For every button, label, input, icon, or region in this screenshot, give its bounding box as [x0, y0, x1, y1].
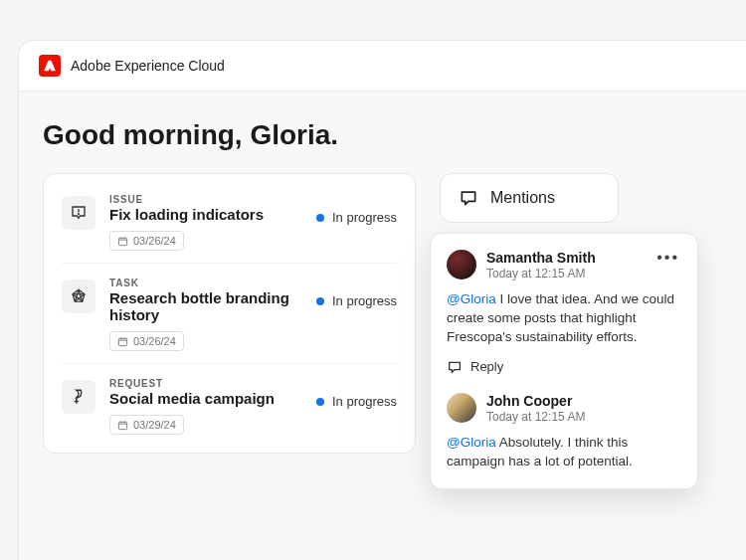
mention-body: @Gloria Absolutely. I think this campaig…	[447, 434, 681, 471]
work-item[interactable]: TASK Research bottle branding history 03…	[62, 264, 397, 364]
content-area: Good morning, Gloria. ISSUE Fix loading …	[19, 92, 746, 560]
status-label: In progress	[332, 293, 397, 308]
date-chip[interactable]: 03/29/24	[109, 415, 184, 435]
mentions-panel: Samantha Smith Today at 12:15 AM ••• @Gl…	[430, 233, 698, 489]
work-item[interactable]: REQUEST Social media campaign 03/29/24 I…	[62, 364, 397, 447]
reply-button[interactable]: Reply	[447, 359, 681, 375]
app-frame: Adobe Experience Cloud Good morning, Glo…	[18, 40, 746, 560]
work-item[interactable]: ISSUE Fix loading indicators 03/26/24 In…	[62, 180, 397, 264]
mention-timestamp: Today at 12:15 AM	[486, 267, 645, 280]
topbar: Adobe Experience Cloud	[19, 41, 746, 92]
calendar-icon	[117, 236, 128, 247]
task-icon	[62, 280, 95, 313]
item-title: Fix loading indicators	[109, 206, 302, 223]
date-chip[interactable]: 03/26/24	[109, 231, 184, 251]
status-label: In progress	[332, 210, 397, 225]
item-date: 03/29/24	[133, 419, 176, 431]
adobe-logo-icon	[39, 55, 61, 77]
mention-tag[interactable]: @Gloria	[447, 291, 496, 306]
item-type-label: REQUEST	[109, 378, 302, 389]
speech-bubble-icon	[459, 188, 478, 208]
date-chip[interactable]: 03/26/24	[109, 331, 184, 351]
reply-label: Reply	[470, 359, 503, 374]
request-icon	[62, 380, 95, 414]
mention-tag[interactable]: @Gloria	[447, 435, 496, 450]
mentions-heading: Mentions	[490, 189, 555, 207]
status-label: In progress	[332, 394, 397, 409]
calendar-icon	[117, 420, 128, 431]
more-options-icon[interactable]: •••	[654, 250, 681, 266]
svg-rect-16	[118, 422, 126, 429]
status-dot-icon	[316, 398, 324, 406]
item-title: Social media campaign	[109, 390, 302, 407]
avatar[interactable]	[447, 250, 476, 280]
item-date: 03/26/24	[133, 335, 176, 347]
issue-icon	[62, 196, 95, 230]
reply-icon	[447, 359, 463, 375]
item-type-label: TASK	[109, 278, 302, 288]
item-type-label: ISSUE	[109, 194, 302, 205]
item-status: In progress	[316, 394, 397, 409]
svg-rect-12	[118, 338, 126, 345]
item-status: In progress	[316, 210, 397, 225]
greeting-heading: Good morning, Gloria.	[43, 119, 722, 151]
mention-author: John Cooper	[486, 393, 681, 409]
item-title: Research bottle branding history	[109, 289, 302, 323]
topbar-title: Adobe Experience Cloud	[71, 58, 225, 74]
item-date: 03/26/24	[133, 235, 176, 247]
item-status: In progress	[316, 293, 397, 308]
mention-body: @Gloria I love that idea. And we could c…	[447, 290, 681, 347]
mention-timestamp: Today at 12:15 AM	[486, 410, 681, 424]
status-dot-icon	[316, 214, 324, 222]
calendar-icon	[117, 336, 128, 347]
avatar[interactable]	[447, 393, 476, 423]
svg-rect-2	[118, 238, 126, 245]
mention-item: John Cooper Today at 12:15 AM @Gloria Ab…	[447, 393, 681, 471]
status-dot-icon	[316, 297, 324, 305]
mentions-card[interactable]: Mentions	[440, 173, 619, 223]
mention-item: Samantha Smith Today at 12:15 AM ••• @Gl…	[447, 250, 681, 375]
work-items-card: ISSUE Fix loading indicators 03/26/24 In…	[43, 173, 416, 454]
svg-point-1	[79, 214, 80, 215]
mention-author: Samantha Smith	[486, 250, 645, 266]
